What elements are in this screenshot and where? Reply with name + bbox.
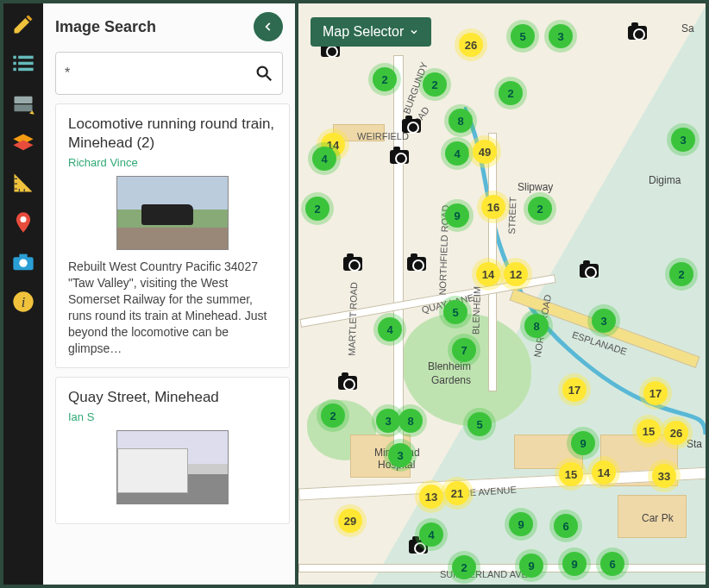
pencil-tool[interactable] [8, 9, 39, 40]
cluster-marker[interactable]: 8 [398, 409, 423, 433]
cluster-marker[interactable]: 3 [592, 309, 616, 333]
cluster-marker[interactable]: 2 [669, 262, 693, 286]
cluster-marker[interactable]: 26 [664, 421, 688, 445]
cluster-marker[interactable]: 29 [338, 509, 362, 533]
cluster-marker[interactable]: 21 [445, 481, 469, 505]
cluster-marker[interactable]: 4 [445, 141, 469, 166]
cluster-marker[interactable]: 2 [373, 67, 397, 91]
cluster-marker[interactable]: 9 [571, 431, 595, 455]
camera-icon[interactable] [343, 257, 362, 271]
cluster-marker[interactable]: 9 [519, 554, 543, 578]
result-card[interactable]: Locomotive running round train, Minehead… [55, 103, 290, 368]
map-selector-button[interactable]: Map Selector [311, 17, 431, 47]
cluster-marker[interactable]: 6 [600, 552, 624, 576]
svg-rect-6 [15, 97, 33, 103]
cluster-marker[interactable]: 3 [376, 409, 400, 433]
cluster-marker[interactable]: 4 [312, 147, 336, 171]
svg-rect-7 [15, 104, 33, 111]
road [393, 55, 404, 469]
street-label: STREET [506, 197, 518, 235]
cluster-marker[interactable]: 4 [378, 317, 402, 341]
cluster-marker[interactable]: 49 [473, 140, 497, 164]
layers-tool[interactable] [8, 128, 39, 159]
cluster-marker[interactable]: 2 [499, 81, 523, 105]
cluster-marker[interactable]: 33 [652, 464, 676, 488]
camera-tool[interactable] [8, 247, 39, 278]
cluster-marker[interactable]: 3 [549, 24, 573, 48]
street-label: BLENHEIM [470, 286, 482, 335]
result-author: Ian S [68, 410, 277, 423]
cluster-marker[interactable]: 17 [643, 381, 668, 405]
cluster-marker[interactable]: 2 [452, 555, 476, 579]
cluster-marker[interactable]: 4 [419, 522, 443, 547]
svg-line-18 [267, 76, 272, 81]
result-author: Richard Vince [68, 156, 277, 169]
collapse-button[interactable] [254, 12, 283, 41]
cluster-marker[interactable]: 2 [305, 197, 329, 221]
camera-icon[interactable] [628, 26, 647, 40]
camera-icon[interactable] [390, 150, 409, 164]
cluster-marker[interactable]: 13 [419, 485, 443, 509]
cluster-marker[interactable]: 16 [481, 195, 505, 219]
camera-icon[interactable] [580, 264, 599, 278]
street-label: MARTLET ROAD [346, 282, 359, 356]
search-box[interactable] [55, 52, 283, 95]
tool-strip: i [3, 3, 43, 585]
ruler-tool[interactable] [8, 167, 39, 198]
cluster-marker[interactable]: 2 [321, 403, 345, 428]
cluster-marker[interactable]: 7 [452, 338, 476, 362]
poi-label: Slipway [518, 181, 553, 193]
result-thumbnail[interactable] [116, 430, 229, 504]
cluster-marker[interactable]: 17 [562, 378, 587, 402]
poi-label: Blenheim [428, 360, 471, 372]
cluster-marker[interactable]: 2 [528, 197, 552, 221]
result-card[interactable]: Quay Street, Minehead Ian S [55, 377, 290, 524]
result-title: Quay Street, Minehead [68, 388, 277, 407]
drawer-tool[interactable] [8, 88, 39, 119]
cluster-marker[interactable]: 9 [445, 203, 469, 228]
cluster-marker[interactable]: 3 [388, 443, 412, 467]
chevron-down-icon [409, 27, 419, 37]
svg-rect-13 [19, 254, 27, 259]
svg-text:i: i [22, 294, 26, 310]
svg-rect-5 [18, 68, 33, 72]
result-description: Rebuilt West Country Pacific 34027 "Taw … [68, 259, 277, 356]
svg-rect-4 [13, 68, 16, 72]
cluster-marker[interactable]: 8 [449, 109, 473, 133]
cluster-marker[interactable]: 3 [671, 128, 695, 152]
cluster-marker[interactable]: 12 [504, 262, 528, 286]
cluster-marker[interactable]: 9 [509, 512, 533, 536]
street-label: WEIRFIELD [357, 131, 409, 141]
cluster-marker[interactable]: 15 [637, 419, 661, 443]
results-list[interactable]: Locomotive running round train, Minehead… [43, 103, 295, 585]
cluster-marker[interactable]: 8 [524, 314, 549, 338]
cluster-marker[interactable]: 26 [459, 33, 483, 57]
search-icon[interactable] [254, 64, 273, 83]
cluster-marker[interactable]: 14 [476, 262, 500, 286]
svg-point-11 [21, 216, 27, 222]
poi-label: Car Pk [642, 512, 674, 524]
cluster-marker[interactable]: 14 [592, 460, 616, 485]
cluster-marker[interactable]: 5 [467, 412, 492, 436]
info-tool[interactable]: i [8, 286, 39, 317]
list-tool[interactable] [8, 48, 39, 79]
map-selector-label: Map Selector [323, 24, 404, 40]
svg-marker-10 [13, 141, 33, 151]
camera-icon[interactable] [402, 119, 421, 133]
cluster-marker[interactable]: 5 [511, 24, 535, 48]
svg-rect-0 [13, 56, 16, 59]
cluster-marker[interactable]: 5 [443, 300, 467, 324]
svg-point-17 [258, 67, 267, 77]
cluster-marker[interactable]: 2 [423, 72, 447, 97]
poi-label: Sta [687, 438, 702, 450]
search-input[interactable] [65, 66, 254, 81]
cluster-marker[interactable]: 6 [554, 514, 578, 538]
result-thumbnail[interactable] [116, 176, 229, 250]
map-canvas[interactable]: Map Selector 265322283144449229162141258… [298, 3, 706, 585]
camera-icon[interactable] [407, 257, 426, 271]
cluster-marker[interactable]: 9 [562, 552, 587, 576]
camera-icon[interactable] [338, 376, 357, 390]
result-title: Locomotive running round train, Minehead… [68, 115, 277, 153]
cluster-marker[interactable]: 15 [559, 462, 583, 486]
pin-tool[interactable] [8, 207, 39, 238]
